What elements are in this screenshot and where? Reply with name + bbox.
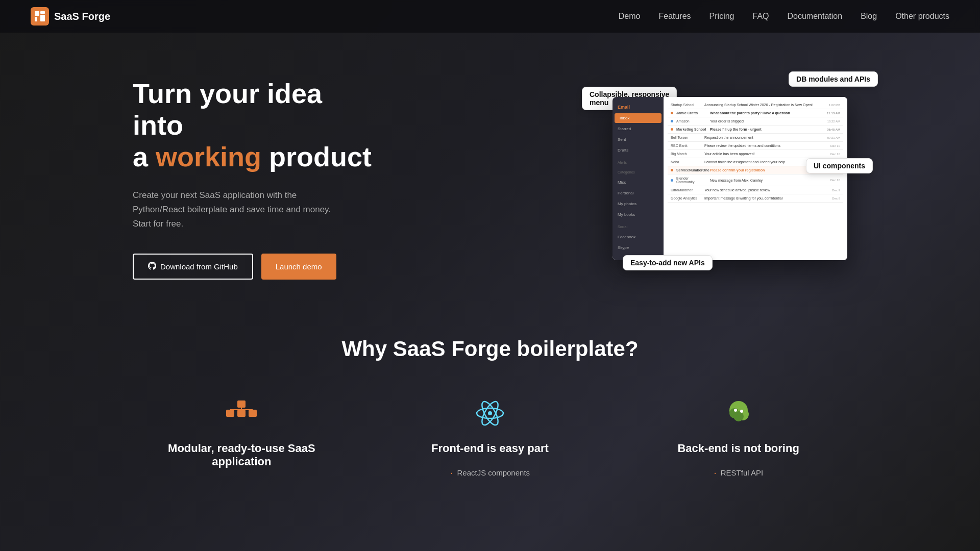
hero-text-block: Turn your idea into a working product Cr… xyxy=(133,78,378,279)
svg-rect-1 xyxy=(40,11,45,14)
nav-links: Demo Features Pricing FAQ Documentation … xyxy=(619,12,949,21)
brand-logo[interactable]: SaaS Forge xyxy=(31,7,110,26)
mockup-sidebar-email: Email xyxy=(612,102,664,112)
mockup-sidebar-skype: Skype xyxy=(612,243,664,253)
annotation-db: DB modules and APIs xyxy=(789,71,878,87)
github-icon xyxy=(148,262,156,271)
logo-icon xyxy=(31,7,49,26)
mockup-sidebar: Email Inbox Starred Sent Drafts Alerts C… xyxy=(612,97,664,260)
github-button[interactable]: Download from GitHub xyxy=(133,254,253,280)
mockup-sidebar-facebook: Facebook xyxy=(612,232,664,242)
hero-illustration: Collapsible, responsivemenu DB modules a… xyxy=(582,77,878,281)
feature-modular: Modular, ready-to-use SaaSapplication xyxy=(133,397,351,480)
nav-demo[interactable]: Demo xyxy=(619,12,641,20)
mockup-sidebar-drafts: Drafts xyxy=(612,145,664,155)
nav-faq[interactable]: FAQ xyxy=(753,12,769,20)
mockup-sidebar-section: Alerts xyxy=(612,158,664,167)
feature-backend-list: RESTful API xyxy=(714,465,763,480)
svg-point-20 xyxy=(740,410,743,413)
feature-list-item: ReactJS components xyxy=(450,465,530,480)
svg-rect-7 xyxy=(249,410,257,417)
feature-list-item: RESTful API xyxy=(714,465,763,480)
demo-button[interactable]: Launch demo xyxy=(261,254,336,280)
email-row: Marketing School Please fill up the form… xyxy=(668,126,843,134)
hero-heading: Turn your idea into a working product xyxy=(133,78,378,172)
email-row: Big March Your article has been approved… xyxy=(668,150,843,158)
app-mockup: Email Inbox Starred Sent Drafts Alerts C… xyxy=(612,97,847,260)
feature-modular-title: Modular, ready-to-use SaaSapplication xyxy=(168,442,315,468)
mockup-sidebar-books: My books xyxy=(612,210,664,219)
features-grid: Modular, ready-to-use SaaSapplication Fr… xyxy=(133,397,847,480)
why-heading: Why SaaS Forge boilerplate? xyxy=(61,337,919,361)
email-row: Bell Torsen Request on the announcement … xyxy=(668,134,843,142)
mockup-email-list: Startup School Announcing Startup School… xyxy=(664,97,847,260)
hero-section: Turn your idea into a working product Cr… xyxy=(0,0,980,296)
hero-subtext: Create your next SaaS application with t… xyxy=(133,188,378,231)
mockup-sidebar-inbox: Inbox xyxy=(615,113,662,123)
python-icon xyxy=(722,397,755,430)
navbar: SaaS Forge Demo Features Pricing FAQ Doc… xyxy=(0,0,980,33)
mockup-sidebar-starred: Starred xyxy=(612,124,664,134)
email-row: Blender Community New message from Alex … xyxy=(668,174,843,186)
svg-rect-4 xyxy=(237,400,246,408)
feature-frontend-list: ReactJS components xyxy=(450,465,530,480)
svg-rect-2 xyxy=(35,17,37,21)
react-icon xyxy=(474,397,506,430)
brand-name: SaaS Forge xyxy=(54,11,110,22)
feature-backend-title: Back-end is not boring xyxy=(677,442,799,455)
svg-point-18 xyxy=(733,411,744,421)
svg-rect-3 xyxy=(40,15,45,21)
mockup-sidebar-sent: Sent xyxy=(612,135,664,144)
modular-icon xyxy=(225,397,258,430)
svg-point-14 xyxy=(488,411,492,415)
email-row: Amazon Your order is shipped 10:22 AM xyxy=(668,117,843,126)
mockup-sidebar-photos: My photos xyxy=(612,199,664,209)
feature-frontend-title: Front-end is easy part xyxy=(431,442,549,455)
email-row: Jamie Crafts What about the parents part… xyxy=(668,109,843,117)
svg-point-19 xyxy=(734,409,737,412)
feature-backend: Back-end is not boring RESTful API xyxy=(629,397,847,480)
feature-frontend: Front-end is easy part ReactJS component… xyxy=(381,397,599,480)
hero-buttons: Download from GitHub Launch demo xyxy=(133,254,378,280)
nav-blog[interactable]: Blog xyxy=(861,12,877,20)
email-row: Startup School Announcing Startup School… xyxy=(668,101,843,109)
mockup-sidebar-misc: Misc xyxy=(612,178,664,187)
email-row: UltraMarathon Your new schedule arrived,… xyxy=(668,186,843,194)
nav-documentation[interactable]: Documentation xyxy=(788,12,843,20)
email-row: RBC Bank Please review the updated terms… xyxy=(668,142,843,150)
email-row: Google Analytics Important message is wa… xyxy=(668,194,843,203)
nav-other-products[interactable]: Other products xyxy=(895,12,949,20)
svg-rect-6 xyxy=(226,410,234,417)
svg-rect-5 xyxy=(237,410,246,417)
mockup-sidebar-social: Social xyxy=(612,222,664,231)
annotation-ui: UI components xyxy=(806,158,873,173)
nav-features[interactable]: Features xyxy=(658,12,691,20)
mockup-sidebar-personal: Personal xyxy=(612,188,664,198)
why-section: Why SaaS Forge boilerplate? Modular, rea… xyxy=(0,296,980,500)
nav-pricing[interactable]: Pricing xyxy=(709,12,734,20)
mockup-sidebar-categories: Categories xyxy=(612,168,664,177)
annotation-api: Easy-to-add new APIs xyxy=(623,255,713,270)
svg-rect-0 xyxy=(35,11,39,16)
